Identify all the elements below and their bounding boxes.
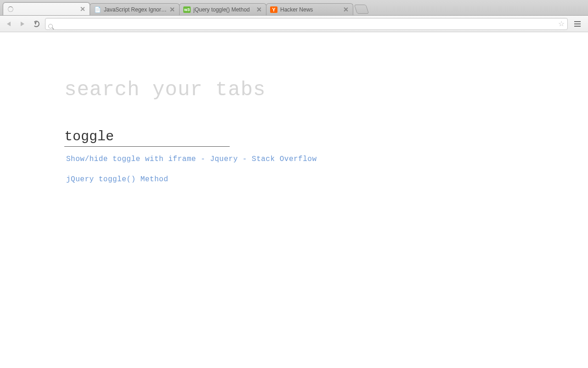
close-tab-icon[interactable] — [343, 6, 349, 13]
hamburger-bar-icon — [574, 21, 581, 22]
back-button[interactable] — [4, 19, 14, 29]
arrow-left-icon — [7, 22, 11, 26]
browser-tab-0[interactable] — [3, 2, 90, 15]
stackoverflow-favicon-icon: 📄 — [94, 6, 101, 13]
w3schools-favicon-icon: w3 — [183, 6, 191, 13]
close-tab-icon[interactable] — [169, 6, 175, 13]
browser-window: { "tabs": [ { "title": "", "favicon": "l… — [0, 0, 588, 368]
close-tab-icon[interactable] — [256, 6, 262, 13]
tab-title: JavaScript Regex Ignore Ca — [104, 6, 167, 13]
hackernews-favicon-icon: Y — [270, 6, 277, 13]
close-tab-icon[interactable] — [79, 6, 86, 12]
browser-tab-1[interactable]: 📄 JavaScript Regex Ignore Ca — [90, 3, 180, 15]
page-content: search your tabs Show/hide toggle with i… — [0, 32, 588, 368]
tab-strip: 📄 JavaScript Regex Ignore Ca w3 jQuery t… — [0, 0, 588, 16]
page-heading: search your tabs — [64, 78, 588, 101]
browser-tab-3[interactable]: Y Hacker News — [266, 3, 353, 15]
new-tab-button[interactable] — [354, 5, 369, 14]
hamburger-bar-icon — [574, 23, 581, 24]
loading-spinner-icon — [7, 6, 14, 13]
browser-toolbar: ☆ — [0, 16, 588, 32]
search-results: Show/hide toggle with iframe - Jquery - … — [64, 155, 588, 184]
search-result-link[interactable]: jQuery toggle() Method — [66, 175, 588, 184]
forward-button[interactable] — [17, 19, 28, 29]
browser-tab-2[interactable]: w3 jQuery toggle() Method — [179, 3, 266, 15]
reload-icon — [33, 21, 40, 27]
url-input[interactable] — [51, 20, 556, 27]
tab-search-input[interactable] — [64, 128, 230, 147]
address-bar[interactable]: ☆ — [45, 18, 568, 30]
chrome-menu-button[interactable] — [571, 18, 583, 29]
reload-button[interactable] — [31, 19, 41, 29]
tab-title: jQuery toggle() Method — [193, 6, 254, 13]
tab-title: Hacker News — [280, 6, 341, 13]
search-result-link[interactable]: Show/hide toggle with iframe - Jquery - … — [66, 155, 588, 163]
arrow-right-icon — [21, 22, 24, 26]
bookmark-star-icon[interactable]: ☆ — [558, 19, 565, 28]
hamburger-bar-icon — [574, 26, 581, 27]
